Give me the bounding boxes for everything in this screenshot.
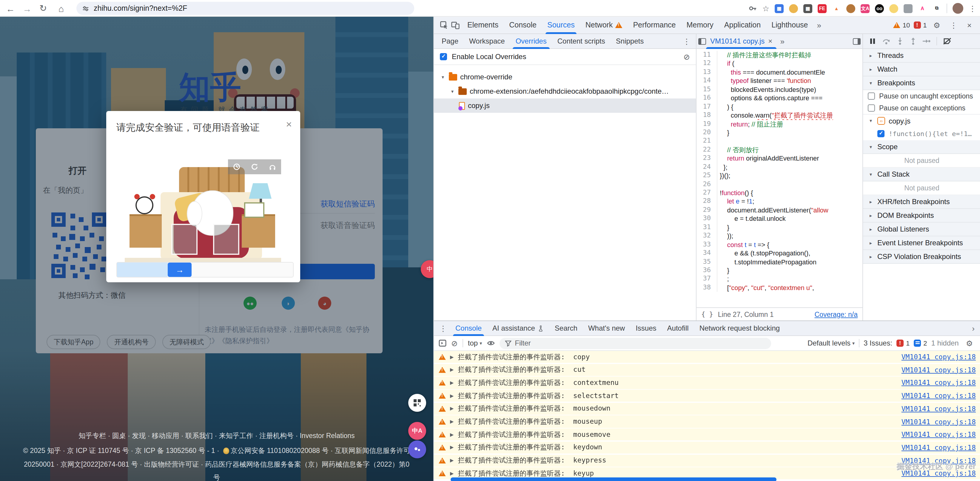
collapse-right-panel-icon[interactable] [853, 38, 861, 45]
console-message-row[interactable]: ▶拦截了插件尝试注册的事件监听器: mouseupVM10141 copy.js… [434, 416, 980, 428]
line-number[interactable]: 23 [697, 154, 717, 163]
more-editor-tabs-icon[interactable]: » [776, 37, 788, 46]
step-icon[interactable] [923, 38, 931, 45]
line-number[interactable]: 15 [697, 85, 717, 94]
breakpoint-file-group[interactable]: ▾‹›copy.js [863, 114, 980, 127]
home-icon[interactable] [59, 0, 64, 17]
extension-icon[interactable]: ▲ [832, 4, 841, 13]
code-line[interactable]: 22 // 否则放行 [697, 146, 862, 154]
devtools-tab-elements[interactable]: Elements [462, 16, 504, 34]
extension-icon[interactable]: A [918, 4, 927, 13]
event-listener-breakpoints-section[interactable]: ▸Event Listener Breakpoints [863, 236, 980, 250]
line-number[interactable]: 32 [697, 231, 717, 240]
drawer-tab-issues[interactable]: Issues [630, 321, 662, 336]
extension-icon[interactable]: ▦ [775, 4, 784, 13]
back-icon[interactable] [6, 0, 15, 17]
line-number[interactable]: 27 [697, 189, 717, 197]
code-line[interactable]: 19 return; // 阻止注册 [697, 119, 862, 128]
console-message-row[interactable]: ▶拦截了插件尝试注册的事件监听器: cutVM10141 copy.js:18 [434, 364, 980, 376]
devtools-tab-console[interactable]: Console [504, 16, 542, 34]
code-line[interactable]: 16 options && options.capture === [697, 94, 862, 102]
scope-section[interactable]: ▾Scope [863, 140, 980, 154]
expand-arrow-icon[interactable]: ▶ [450, 445, 453, 450]
assistant-float-button[interactable] [408, 440, 426, 458]
code-line[interactable]: 31 } [697, 223, 862, 232]
expand-arrow-icon[interactable]: ▶ [450, 406, 453, 411]
drawer-tab-autofill[interactable]: Autofill [662, 321, 694, 336]
code-line[interactable]: 24 }; [697, 162, 862, 171]
line-number[interactable]: 33 [697, 240, 717, 249]
reload-icon[interactable] [40, 0, 47, 17]
console-message-row[interactable]: ▶拦截了插件尝试注册的事件监听器: selectstartVM10141 cop… [434, 390, 980, 401]
console-settings-icon[interactable]: ⚙ [963, 339, 976, 347]
devtools-menu-icon[interactable]: ⋮ [947, 21, 961, 30]
csp-violation-breakpoints-section[interactable]: ▸CSP Violation Breakpoints [863, 250, 980, 264]
chevron-down-icon[interactable]: ▾ [440, 74, 446, 80]
issues-label[interactable]: 3 Issues: [864, 339, 892, 347]
code-line[interactable]: 35 t.stopImmediatePropagation [697, 258, 862, 266]
devtools-tab-network[interactable]: Network [580, 16, 628, 34]
console-sidebar-icon[interactable] [439, 339, 446, 347]
browser-menu-icon[interactable]: ⋮ [969, 4, 977, 13]
drawer-menu-icon[interactable]: ⋮ [436, 324, 450, 333]
code-line[interactable]: 23 return originalAddEventListener [697, 154, 862, 163]
console-message-row[interactable]: ▶拦截了插件尝试注册的事件监听器: keydownVM10141 copy.js… [434, 441, 980, 454]
code-editor[interactable]: 11 // 插件注册这些事件时拦截掉12 if (13 this === doc… [696, 49, 863, 307]
line-number[interactable]: 14 [697, 77, 717, 85]
line-number[interactable]: 38 [697, 284, 717, 292]
captcha-slider[interactable]: → [116, 262, 294, 277]
console-message-row[interactable]: ▶拦截了插件尝试注册的事件监听器: mousemoveVM10141 copy.… [434, 428, 980, 440]
clock-icon[interactable] [233, 163, 241, 171]
tree-item-chrome-override[interactable]: ▾chrome-override [434, 70, 696, 84]
line-number[interactable]: 25 [697, 171, 717, 180]
line-number[interactable]: 22 [697, 146, 717, 154]
code-line[interactable]: 25})(); [697, 171, 862, 180]
forward-icon[interactable] [23, 0, 32, 17]
code-line[interactable]: 37 ; [697, 275, 862, 284]
navigator-tab-page[interactable]: Page [436, 34, 464, 49]
tree-item-chrome-extensionaefe[interactable]: ▾chrome-extension:/aefehdhdciieocakfobpa… [434, 84, 696, 99]
refresh-icon[interactable] [251, 163, 258, 171]
expand-arrow-icon[interactable]: ▶ [450, 354, 453, 360]
line-number[interactable]: 26 [697, 180, 717, 189]
code-line[interactable]: 18 console.warn("拦截了插件尝试注册 [697, 111, 862, 119]
console-message-row[interactable]: ▶拦截了插件尝试注册的事件监听器: contextmenuVM10141 cop… [434, 377, 980, 389]
pause-uncaught-row[interactable]: Pause on uncaught exceptions [863, 90, 980, 102]
line-number[interactable]: 28 [697, 197, 717, 206]
line-number[interactable]: 24 [697, 162, 717, 171]
checkbox-checked-icon[interactable] [877, 130, 885, 137]
password-key-icon[interactable] [749, 4, 757, 13]
code-line[interactable]: 11 // 插件注册这些事件时拦截掉 [697, 51, 862, 59]
devtools-tab-memory[interactable]: Memory [681, 16, 719, 34]
drawer-tab-console[interactable]: Console [450, 321, 487, 336]
line-number[interactable]: 18 [697, 111, 717, 119]
expand-arrow-icon[interactable]: ▶ [450, 471, 453, 476]
extension-icon[interactable] [789, 4, 798, 13]
source-link[interactable]: VM10141 copy.js:18 [902, 379, 976, 387]
code-line[interactable]: 33 const t = t => { [697, 240, 862, 249]
coverage-link[interactable]: Coverage: n/a [815, 311, 858, 318]
navigator-tab-snippets[interactable]: Snippets [611, 34, 649, 49]
line-number[interactable]: 13 [697, 68, 717, 77]
drawer-more-icon[interactable]: › [968, 324, 978, 333]
captcha-image[interactable] [125, 159, 281, 270]
close-tab-icon[interactable]: × [768, 37, 772, 45]
code-line[interactable]: 17 ) { [697, 102, 862, 111]
console-message-row[interactable]: ▶拦截了插件尝试注册的事件监听器: copyVM10141 copy.js:18 [434, 351, 980, 363]
code-line[interactable]: 38 ["copy", "cut", "contextmen u", [697, 284, 862, 292]
line-number[interactable]: 34 [697, 249, 717, 258]
line-number[interactable]: 12 [697, 59, 717, 68]
line-number[interactable]: 35 [697, 258, 717, 266]
step-over-icon[interactable] [882, 38, 891, 45]
deactivate-breakpoints-icon[interactable] [943, 38, 951, 45]
dom-breakpoints-section[interactable]: ▸DOM Breakpoints [863, 209, 980, 223]
line-number[interactable]: 21 [697, 137, 717, 146]
code-line[interactable]: 27!function() { [697, 189, 862, 197]
tree-item-copy.js[interactable]: copy.js [434, 99, 696, 113]
xhr-breakpoints-section[interactable]: ▸XHR/fetch Breakpoints [863, 195, 980, 209]
code-line[interactable]: 26 [697, 180, 862, 189]
devtools-tab-performance[interactable]: Performance [628, 16, 681, 34]
line-number[interactable]: 11 [697, 51, 717, 59]
source-link[interactable]: VM10141 copy.js:18 [902, 405, 976, 413]
issues-error-count[interactable]: !1 [896, 339, 910, 347]
